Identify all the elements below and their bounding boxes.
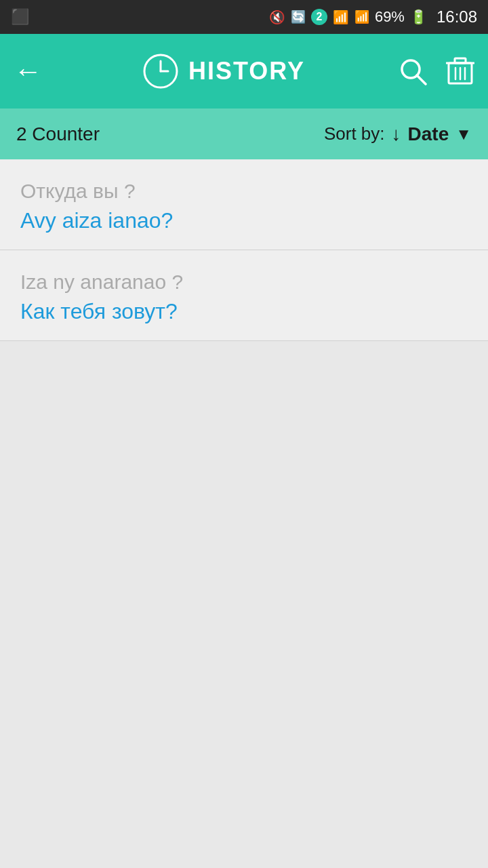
status-time: 16:08 [436, 7, 477, 26]
trash-icon[interactable] [446, 56, 474, 86]
notification-2-icon: 2 [311, 9, 327, 25]
history-item[interactable]: Iza ny anaranao ? Как тебя зовут? [0, 250, 488, 341]
battery-icon: 🔋 [410, 9, 427, 25]
history-list: Откуда вы ? Avy aiza ianao? Iza ny anara… [0, 159, 488, 341]
sort-bar: 2 Counter Sort by: ↓ Date ▼ [0, 108, 488, 159]
clock-icon [142, 53, 179, 90]
history-item[interactable]: Откуда вы ? Avy aiza ianao? [0, 159, 488, 250]
screenshot-icon: ⬛ [11, 8, 29, 26]
svg-line-4 [417, 75, 426, 84]
app-bar-title: HISTORY [188, 57, 305, 85]
signal-icon: 📶 [333, 9, 349, 25]
search-icon[interactable] [399, 57, 427, 85]
sort-controls[interactable]: Sort by: ↓ Date ▼ [324, 123, 472, 145]
mute-icon: 🔇 [269, 9, 285, 25]
app-bar: ← HISTORY [0, 34, 488, 108]
sort-arrow-icon: ↓ [392, 123, 401, 145]
app-bar-center: HISTORY [142, 53, 305, 90]
status-bar: ⬛ 🔇 🔄 2 📶 📶 69% 🔋 16:08 [0, 0, 488, 34]
sort-dropdown-icon[interactable]: ▼ [455, 125, 472, 144]
sync-icon: 🔄 [291, 9, 306, 24]
battery-text: 69% [375, 8, 405, 26]
signal2-icon: 📶 [354, 9, 369, 24]
back-button[interactable]: ← [14, 57, 42, 85]
history-source-text: Iza ny anaranao ? [20, 271, 468, 294]
counter-text: 2 Counter [16, 123, 100, 145]
sort-by-label: Sort by: [324, 123, 385, 144]
sort-value: Date [408, 123, 449, 145]
history-translation-text: Avy aiza ianao? [20, 208, 468, 233]
svg-rect-7 [455, 58, 466, 63]
history-translation-text: Как тебя зовут? [20, 299, 468, 324]
history-source-text: Откуда вы ? [20, 180, 468, 203]
app-bar-actions [399, 56, 474, 86]
